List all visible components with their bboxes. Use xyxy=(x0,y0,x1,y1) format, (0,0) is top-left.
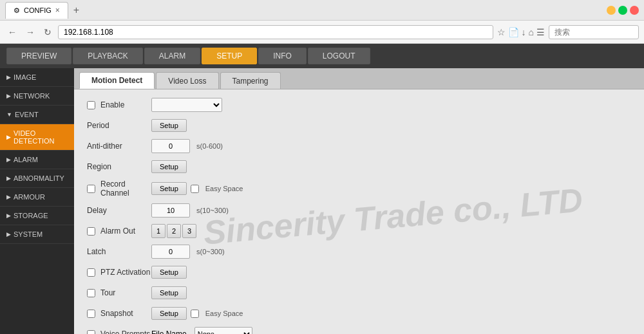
sidebar-item-system[interactable]: ▶SYSTEM xyxy=(0,225,74,244)
alarm-out-btn-3[interactable]: 3 xyxy=(182,224,196,238)
sidebar-label-armour: ARMOUR xyxy=(14,193,45,201)
maximize-btn[interactable] xyxy=(618,6,627,15)
enable-select[interactable] xyxy=(151,98,222,112)
file-name-label: File Name xyxy=(151,329,187,334)
sidebar-label-video-detection: VIDEO DETECTION xyxy=(14,129,68,145)
sidebar-label-image: IMAGE xyxy=(14,73,36,81)
tour-checkbox[interactable] xyxy=(87,289,95,297)
ptz-setup-btn[interactable]: Setup xyxy=(151,266,187,279)
star-icon[interactable]: ☆ xyxy=(497,27,506,37)
menu-icon[interactable]: ☰ xyxy=(536,27,545,37)
record-channel-setup-btn[interactable]: Setup xyxy=(151,182,187,195)
address-input[interactable] xyxy=(58,25,493,39)
address-bar: ← → ↻ ☆ 📄 ↓ ⌂ ☰ xyxy=(0,21,644,44)
sidebar-arrow-image: ▶ xyxy=(6,74,11,80)
ptz-checkbox[interactable] xyxy=(87,268,95,277)
snapshot-label: Snapshot xyxy=(87,309,151,318)
sidebar-arrow-alarm: ▶ xyxy=(6,156,11,163)
sidebar-item-abnormality[interactable]: ▶ABNORMALITY xyxy=(0,169,74,188)
voice-file-control: File Name None xyxy=(151,327,631,334)
app-container: PREVIEWPLAYBACKALARMSETUPINFOLOGOUT ▶IMA… xyxy=(0,44,644,334)
tour-row: Tour Setup xyxy=(87,285,631,301)
sidebar-arrow-network: ▶ xyxy=(6,93,11,99)
top-nav: PREVIEWPLAYBACKALARMSETUPINFOLOGOUT xyxy=(0,44,644,68)
nav-tab-logout[interactable]: LOGOUT xyxy=(308,48,370,64)
tab-close-btn[interactable]: × xyxy=(55,6,60,15)
tour-control: Setup xyxy=(151,286,631,299)
delay-row: Delay s(10~300) xyxy=(87,203,631,218)
tour-label: Tour xyxy=(87,288,151,297)
delay-hint: s(10~300) xyxy=(196,207,229,214)
back-btn[interactable]: ← xyxy=(5,27,19,37)
forward-btn[interactable]: → xyxy=(23,27,37,37)
sidebar-item-video-detection[interactable]: ▶VIDEO DETECTION xyxy=(0,124,74,151)
region-setup-btn[interactable]: Setup xyxy=(151,160,187,173)
nav-tab-alarm[interactable]: ALARM xyxy=(144,48,200,64)
snapshot-easy-space-checkbox[interactable] xyxy=(191,310,199,318)
period-control: Setup xyxy=(151,119,631,132)
main-layout: ▶IMAGE▶NETWORK▼EVENT▶VIDEO DETECTION▶ALA… xyxy=(0,68,644,334)
new-tab-btn[interactable]: + xyxy=(70,5,83,16)
voice-prompts-checkbox[interactable] xyxy=(87,330,95,335)
alarm-out-row: Alarm Out 1 2 3 xyxy=(87,223,631,239)
browser-titlebar: ⚙ CONFIG × + xyxy=(0,0,644,21)
period-row: Period Setup xyxy=(87,118,631,133)
close-btn[interactable] xyxy=(630,6,639,15)
snapshot-setup-btn[interactable]: Setup xyxy=(151,307,187,320)
search-input[interactable] xyxy=(549,25,639,39)
sidebar-label-system: SYSTEM xyxy=(14,230,43,238)
enable-checkbox[interactable] xyxy=(87,101,95,109)
sidebar-item-image[interactable]: ▶IMAGE xyxy=(0,68,74,87)
easy-space-checkbox-record[interactable] xyxy=(191,185,199,193)
sub-tab-tampering[interactable]: Tampering xyxy=(220,72,281,89)
sidebar-arrow-storage: ▶ xyxy=(6,212,11,219)
sidebar-arrow-video-detection: ▶ xyxy=(6,134,11,140)
record-channel-control: Setup Easy Space xyxy=(151,182,631,195)
record-channel-checkbox[interactable] xyxy=(87,185,95,193)
region-label: Region xyxy=(87,162,151,171)
anti-dither-label: Anti-dither xyxy=(87,142,151,151)
sidebar-item-network[interactable]: ▶NETWORK xyxy=(0,87,74,106)
alarm-out-checkbox[interactable] xyxy=(87,227,95,236)
latch-hint: s(0~300) xyxy=(196,248,225,255)
snapshot-checkbox[interactable] xyxy=(87,310,95,318)
latch-input[interactable] xyxy=(151,245,190,259)
download-icon[interactable]: ↓ xyxy=(522,27,526,37)
tab-bar: ⚙ CONFIG × + xyxy=(5,2,83,19)
sidebar-label-abnormality: ABNORMALITY xyxy=(14,174,64,182)
delay-input[interactable] xyxy=(151,203,190,218)
form-content: Enable Period Setup xyxy=(74,89,644,334)
file-name-select[interactable]: None xyxy=(194,327,252,334)
voice-prompts-label: Voice Prompts xyxy=(87,329,151,334)
window-controls xyxy=(607,6,639,15)
delay-control: s(10~300) xyxy=(151,203,631,218)
anti-dither-input[interactable] xyxy=(151,139,190,153)
alarm-out-label: Alarm Out xyxy=(87,227,151,236)
sidebar-item-alarm[interactable]: ▶ALARM xyxy=(0,151,74,169)
snapshot-row: Snapshot Setup Easy Space xyxy=(87,306,631,321)
anti-dither-row: Anti-dither s(0-600) xyxy=(87,138,631,154)
tab-favicon: ⚙ xyxy=(14,6,20,15)
nav-tab-playback[interactable]: PLAYBACK xyxy=(73,48,142,64)
sub-tab-video-loss[interactable]: Video Loss xyxy=(156,72,218,89)
sidebar-item-storage[interactable]: ▶STORAGE xyxy=(0,207,74,225)
home-icon[interactable]: ⌂ xyxy=(529,27,534,37)
period-setup-btn[interactable]: Setup xyxy=(151,119,187,132)
sidebar-item-event[interactable]: ▼EVENT xyxy=(0,106,74,124)
alarm-out-btn-2[interactable]: 2 xyxy=(167,224,181,238)
nav-tab-setup[interactable]: SETUP xyxy=(202,48,257,64)
sub-tab-motion-detect[interactable]: Motion Detect xyxy=(79,72,155,89)
anti-dither-hint: s(0-600) xyxy=(196,142,223,150)
enable-label: Enable xyxy=(87,100,151,109)
region-row: Region Setup xyxy=(87,159,631,174)
nav-tab-info[interactable]: INFO xyxy=(258,48,307,64)
minimize-btn[interactable] xyxy=(607,6,616,15)
alarm-out-btn-1[interactable]: 1 xyxy=(151,224,166,238)
reload-btn[interactable]: ↻ xyxy=(41,27,54,37)
nav-tab-preview[interactable]: PREVIEW xyxy=(6,48,71,64)
delay-label: Delay xyxy=(87,206,151,215)
browser-tab[interactable]: ⚙ CONFIG × xyxy=(5,2,68,19)
page-icon[interactable]: 📄 xyxy=(508,27,519,37)
tour-setup-btn[interactable]: Setup xyxy=(151,286,187,299)
sidebar-item-armour[interactable]: ▶ARMOUR xyxy=(0,188,74,207)
